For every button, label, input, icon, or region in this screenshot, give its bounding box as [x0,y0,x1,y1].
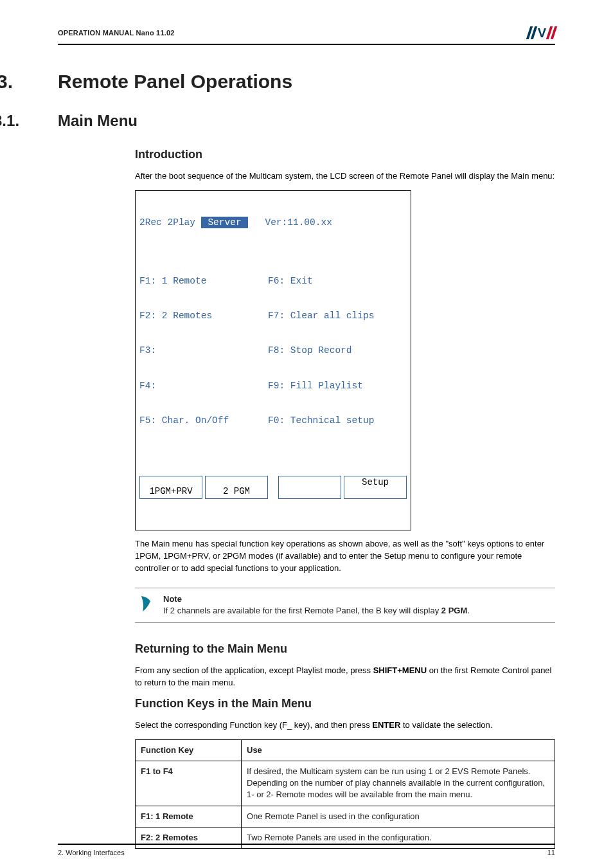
note-body-before: If 2 channels are available for the firs… [163,606,441,615]
lcd-f0: F0: Technical setup [268,415,407,426]
lcd-screen: 2Rec 2Play Server Ver:11.00.xx F1: 1 Rem… [135,190,411,530]
page-footer: 2. Working Interfaces 11 [58,844,555,856]
note-body-bold: 2 PGM [441,606,467,615]
lcd-f7: F7: Clear all clips [268,310,407,321]
fk-key-cell: F1 to F4 [136,761,242,806]
note-box: Note If 2 channels are available for the… [135,588,555,624]
section-title: Remote Panel Operations [58,71,292,93]
returning-bold: SHIFT+MENU [373,665,427,675]
soft-key-d-top: Setup [344,477,406,489]
fk-intro-before: Select the corresponding Function key (F… [135,720,372,730]
lcd-f3: F3: [139,345,268,356]
col-header-key: Function Key [136,739,242,761]
fk-intro-bold: ENTER [372,720,400,730]
soft-key-a-bottom: 1PGM+PRV [140,486,202,498]
soft-key-b: 2 PGM [205,476,268,499]
lcd-top-right: Ver:11.00.xx [248,217,332,228]
page-header: OPERATION MANUAL Nano 11.02 V [58,26,555,45]
lcd-f5: F5: Char. On/Off [139,415,268,426]
intro-paragraph: After the boot sequence of the Multicam … [135,170,555,183]
lcd-f1: F1: 1 Remote [139,275,268,287]
section-number: 2.3. [0,71,32,93]
function-keys-intro: Select the corresponding Function key (F… [135,719,555,732]
function-keys-table: Function Key Use F1 to F4 If desired, th… [135,739,555,849]
fk-intro-after: to validate the selection. [400,720,492,730]
logo-v-icon: V [538,26,546,41]
subsection-heading: 2.3.1. Main Menu [58,112,555,130]
subsection-number: 2.3.1. [0,112,32,130]
soft-key-b-bottom: 2 PGM [206,486,267,498]
lcd-f4: F4: [139,380,268,392]
manual-title: OPERATION MANUAL Nano 11.02 [58,29,175,37]
col-header-use: Use [242,739,555,761]
lcd-top-mid: Server [201,217,249,228]
evs-logo: V [528,26,555,40]
table-row: F1 to F4 If desired, the Multicam system… [136,761,555,806]
lcd-f9: F9: Fill Playlist [268,380,407,392]
lcd-f8: F8: Stop Record [268,345,407,356]
soft-key-c [278,476,341,499]
footer-page-number: 11 [547,849,555,856]
note-icon [139,595,153,613]
footer-left: 2. Working Interfaces [58,849,125,856]
fk-use-cell: One Remote Panel is used in the configur… [242,806,555,827]
fk-use-cell: If desired, the Multicam system can be r… [242,761,555,806]
function-keys-heading: Function Keys in the Main Menu [135,697,555,710]
subsection-title: Main Menu [58,112,138,130]
note-title: Note [163,593,555,606]
after-lcd-paragraph: The Main menu has special function key o… [135,538,555,575]
table-row: F1: 1 Remote One Remote Panel is used in… [136,806,555,827]
table-header-row: Function Key Use [136,739,555,761]
soft-key-a: 1PGM+PRV [139,476,202,499]
lcd-f2: F2: 2 Remotes [139,310,268,321]
lcd-f6: F6: Exit [268,275,407,287]
fk-key-cell: F1: 1 Remote [136,806,242,827]
returning-heading: Returning to the Main Menu [135,642,555,656]
note-body-after: . [467,606,470,615]
returning-before: From any section of the application, exc… [135,665,373,675]
returning-paragraph: From any section of the application, exc… [135,665,555,689]
soft-key-d: Setup [344,476,407,499]
section-heading: 2.3. Remote Panel Operations [58,71,555,93]
lcd-top-left: 2Rec 2Play [139,217,201,228]
intro-heading: Introduction [135,148,555,161]
